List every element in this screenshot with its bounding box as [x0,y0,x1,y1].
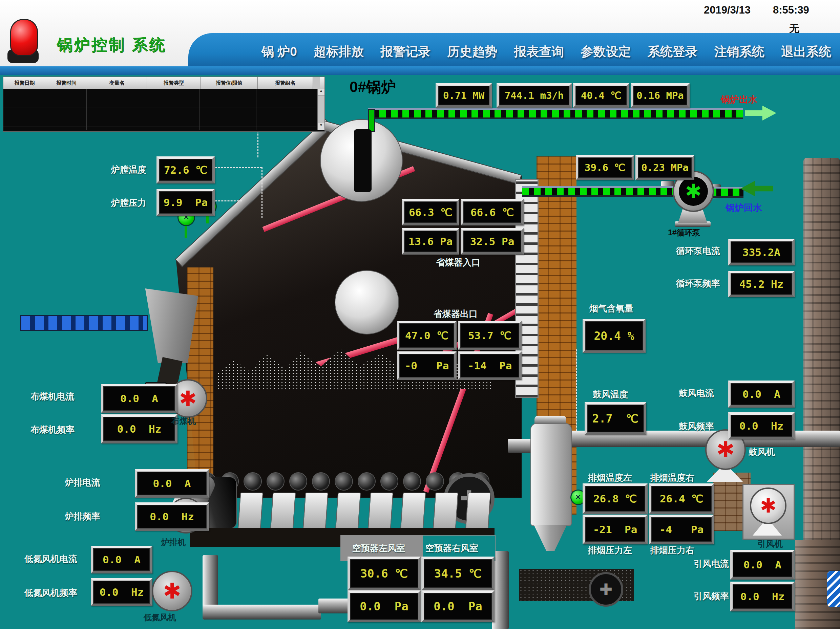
oxygen-label: 烟气含氧量 [589,303,633,314]
bottom-left-pipe-h [202,605,321,620]
circ-freq-label: 循环泵频率 [676,277,720,290]
induced-fan-name: 引风机 [757,538,783,549]
coal-current-display: 0.0 A [101,384,177,413]
nav-item-login[interactable]: 系统登录 [647,43,698,60]
flue-temp-right-display: 26.4 ℃ [649,484,714,514]
induced-current-label: 引风电流 [694,558,729,570]
return-label: 锅炉回水 [726,202,762,214]
table-row [3,127,316,127]
outlet-pipe [368,108,743,119]
dust-collector-vessel [531,423,572,526]
grate-freq-display: 0.0 Hz [135,502,209,531]
boiler-title: 0#锅炉 [349,77,396,97]
furnace-temp-label: 炉膛温度 [111,164,146,176]
col-alarm-type: 报警类型 [147,77,201,89]
eco-out-t1-display: 47.0 ℃ [397,321,456,350]
flue-temp-right-label: 排烟温度右 [651,472,694,484]
furnace-press-label: 炉膛压力 [111,197,146,209]
scroll-up-icon[interactable]: ▲ [318,89,324,96]
eco-in-p1-display: 13.6 Pa [402,228,459,255]
corner-logo [827,571,840,607]
alarm-table-header: 报警日期 报警时间 变量名 报警类型 报警值/限值 报警组名 [3,77,324,89]
pump-label: 1#循环泵 [668,227,700,238]
outlet-press-display: 0.16 MPa [631,83,690,108]
grate-name: 炉排机 [161,537,186,548]
grate-current-display: 0.0 A [135,469,209,498]
alarm-flag: 无 [789,22,799,36]
steam-drum-lower [335,270,399,334]
blower-name: 鼓风机 [748,446,775,458]
eco-in-t2-display: 66.6 ℃ [461,199,524,225]
alarm-table[interactable]: 报警日期 报警时间 变量名 报警类型 报警值/限值 报警组名 ▲ ▼ [3,77,325,132]
coal-freq-display: 0.0 Hz [101,415,177,443]
eco-in-label: 省煤器入口 [436,257,480,268]
pump-impeller-icon: ✱ [679,177,708,206]
return-pipe [522,186,675,197]
scroll-down-icon[interactable]: ▼ [318,123,324,130]
aph-pipe-h [318,599,351,613]
eco-in-t1-display: 66.3 ℃ [402,199,459,225]
lownox-freq-label: 低氮风机频率 [24,587,77,599]
grate-freq-label: 炉排频率 [65,511,100,522]
outlet-temp-display: 40.4 ℃ [573,83,629,108]
aph-temp-left-display: 30.6 ℃ [347,556,421,590]
coal-feeder-name: 布煤机 [171,416,196,427]
outlet-arrow-icon [745,106,776,120]
circ-current-display: 335.2A [728,239,794,265]
ash-rotary-icon: ✚ [589,572,623,607]
blower-freq-display: 0.0 Hz [728,412,794,440]
return-arrow-icon [741,181,773,196]
aph-temp-right-display: 34.5 ℃ [422,556,494,590]
header-date: 2019/3/13 [704,4,751,16]
grate-current-label: 炉排电流 [65,477,100,489]
aph-left-label: 空预器左风室 [352,542,405,554]
aph-right-label: 空预器右风室 [425,542,478,554]
nav-item-emission[interactable]: 超标排放 [314,43,364,60]
flue-temp-left-label: 排烟温度左 [588,472,632,484]
eco-out-t2-display: 53.7 ℃ [458,321,522,350]
nav-menu: 锅 炉0 超标排放 报警记录 历史趋势 报表查询 参数设定 系统登录 注销系统 … [262,43,831,60]
alarm-lamp-bulb-icon [10,19,38,56]
alarm-table-scrollbar[interactable]: ▲ ▼ [317,89,324,130]
nav-item-boiler0[interactable]: 锅 炉0 [262,43,297,60]
page-title: 锅炉控制 系统 [57,35,167,55]
aph-press-right-display: 0.0 Pa [422,590,494,622]
table-row [3,108,316,108]
col-alarm-date: 报警日期 [3,77,46,89]
circ-current-label: 循环泵电流 [676,245,720,257]
lownox-fan-icon[interactable]: ✱ [152,571,193,612]
outlet-pipe-stub [368,109,375,132]
flue-press-right-label: 排烟压力右 [651,544,694,556]
flue-temp-left-display: 26.8 ℃ [583,484,647,514]
nav-item-reports[interactable]: 报表查询 [514,43,564,60]
blower-current-display: 0.0 A [728,380,794,408]
nav-item-params[interactable]: 参数设定 [581,43,631,60]
aph-press-left-display: 0.0 Pa [347,590,421,622]
nav-item-history[interactable]: 历史趋势 [447,43,497,60]
blower-current-label: 鼓风电流 [679,387,714,399]
power-display: 0.71 MW [436,83,492,108]
lownox-current-label: 低氮风机电流 [24,553,77,565]
coal-current-label: 布煤机电流 [30,391,74,402]
furnace-temp-display: 72.6 ℃ [156,156,215,183]
oxygen-display: 20.4 % [583,319,646,353]
coal-freq-label: 布煤机频率 [30,424,74,436]
eco-out-p2-display: -14 Pa [458,352,522,380]
flue-press-left-label: 排烟压力左 [588,544,632,556]
lownox-name: 低氮风机 [144,612,176,623]
col-alarm-time: 报警时间 [46,77,87,89]
induced-freq-display: 0.0 Hz [730,582,794,612]
furnace-press-display: 9.9 Pa [156,189,215,216]
eco-out-label: 省煤器出口 [434,308,478,320]
eco-in-p2-display: 32.5 Pa [461,228,524,255]
flow-display: 744.1 m3/h [497,83,572,108]
nav-item-exit[interactable]: 退出系统 [781,43,831,60]
induced-fan-icon[interactable]: ✱ [750,487,786,524]
return-press-display: 0.23 MPa [635,155,694,180]
eco-out-p1-display: -0 Pa [397,352,456,380]
return-temp-display: 39.6 ℃ [576,155,634,180]
blower-freq-label: 鼓风频率 [679,421,714,432]
nav-item-alarm-log[interactable]: 报警记录 [381,43,431,60]
induced-current-display: 0.0 A [730,550,794,580]
nav-item-logout[interactable]: 注销系统 [714,43,764,60]
